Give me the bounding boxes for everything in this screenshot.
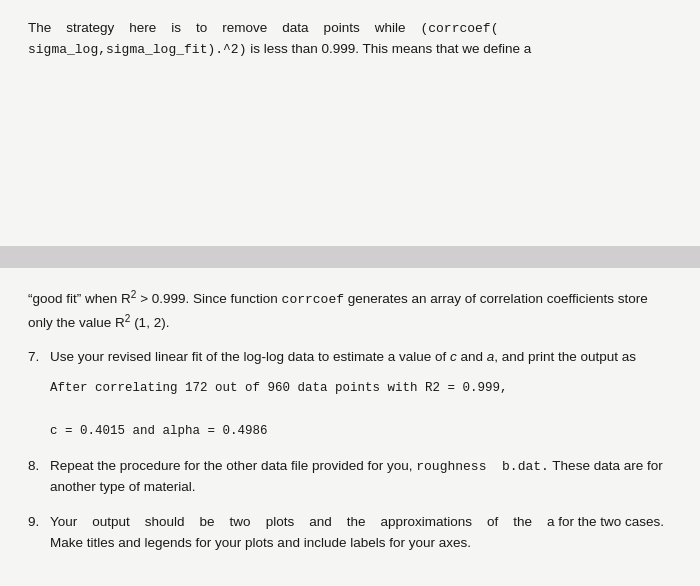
top-code1: (corrcoef( (420, 21, 498, 36)
divider (0, 246, 700, 268)
item-8-number: 8. (28, 456, 50, 477)
good-fit-paragraph: “good fit” when R2 > 0.999. Since functi… (28, 286, 672, 333)
roughness-code: roughness b.dat. (416, 459, 549, 474)
top-line2-text: is less than 0.999. This means that we d… (246, 41, 531, 56)
item-8-header: 8. Repeat the procedure for the other da… (28, 456, 672, 498)
numbered-item-7: 7. Use your revised linear fit of the lo… (28, 347, 672, 442)
lower-content: “good fit” when R2 > 0.999. Since functi… (0, 268, 700, 586)
code-line-1: After correlating 172 out of 960 data po… (50, 378, 672, 399)
item-7-header: 7. Use your revised linear fit of the lo… (28, 347, 672, 368)
top-paragraph: The strategy here is to remove data poin… (28, 18, 672, 60)
top-code2: sigma_log,sigma_log_fit).^2) (28, 42, 246, 57)
page-container: The strategy here is to remove data poin… (0, 0, 700, 586)
item-7-content: Use your revised linear fit of the log-l… (50, 347, 672, 368)
italic-a: a (487, 349, 495, 364)
item-7-code: After correlating 172 out of 960 data po… (50, 378, 672, 442)
good-fit-code: corrcoef (282, 292, 344, 307)
item-9-number: 9. (28, 512, 50, 533)
code-line-3: c = 0.4015 and alpha = 0.4986 (50, 421, 672, 442)
item-9-header: 9. Your output should be two plots and t… (28, 512, 672, 554)
numbered-item-9: 9. Your output should be two plots and t… (28, 512, 672, 554)
top-line1-text: The strategy here is to remove data poin… (28, 20, 420, 35)
code-line-2 (50, 400, 672, 421)
item-8-content: Repeat the procedure for the other data … (50, 456, 672, 498)
item-7-number: 7. (28, 347, 50, 368)
top-content: The strategy here is to remove data poin… (0, 0, 700, 246)
italic-c: c (450, 349, 457, 364)
numbered-item-8: 8. Repeat the procedure for the other da… (28, 456, 672, 498)
good-fit-text1: “good fit” when R2 > 0.999. Since functi… (28, 291, 282, 306)
item-9-content: Your output should be two plots and the … (50, 512, 672, 554)
